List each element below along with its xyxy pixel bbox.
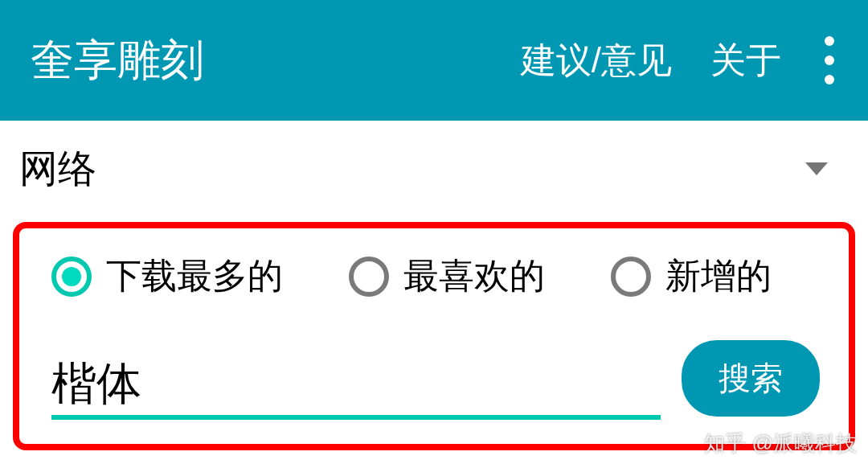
chevron-down-icon — [805, 162, 828, 175]
radio-icon-unselected — [611, 257, 651, 297]
app-title: 奎享雕刻 — [31, 31, 204, 90]
search-button[interactable]: 搜索 — [682, 340, 820, 417]
app-header: 奎享雕刻 建议/意见 关于 — [0, 0, 868, 121]
radio-label: 下载最多的 — [106, 253, 283, 300]
radio-most-liked[interactable]: 最喜欢的 — [349, 253, 545, 300]
about-link[interactable]: 关于 — [710, 37, 781, 84]
radio-newest[interactable]: 新增的 — [611, 253, 772, 300]
search-input-wrap — [51, 358, 661, 420]
sort-radio-group: 下载最多的 最喜欢的 新增的 — [51, 253, 820, 300]
search-row: 搜索 — [51, 340, 820, 420]
dropdown-selected-label: 网络 — [19, 143, 96, 195]
radio-icon-selected — [51, 257, 92, 297]
source-dropdown[interactable]: 网络 — [0, 121, 868, 214]
radio-label: 新增的 — [665, 253, 772, 300]
radio-icon-unselected — [349, 257, 389, 297]
search-input[interactable] — [51, 358, 661, 410]
watermark: 知乎 @派曦科技 — [704, 429, 857, 458]
radio-most-downloaded[interactable]: 下载最多的 — [51, 253, 283, 300]
radio-label: 最喜欢的 — [403, 253, 545, 300]
more-icon[interactable] — [820, 36, 839, 84]
search-panel: 下载最多的 最喜欢的 新增的 搜索 — [13, 222, 855, 450]
header-actions: 建议/意见 关于 — [521, 36, 839, 84]
feedback-link[interactable]: 建议/意见 — [521, 37, 672, 84]
